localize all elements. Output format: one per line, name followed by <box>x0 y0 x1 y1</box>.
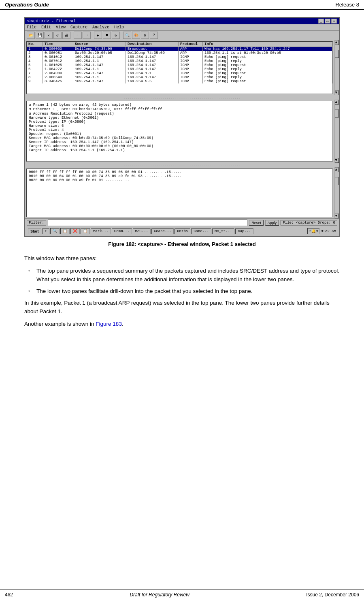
figure-183-link[interactable]: Figure 183 <box>96 321 122 327</box>
menu-help[interactable]: Help <box>114 25 124 30</box>
restore-button[interactable]: ▭ <box>325 19 330 23</box>
scrollbar-up-arrow[interactable]: ▲ <box>335 40 339 45</box>
status-bar: Filter: Reset Apply File: <capture> Drop… <box>25 218 339 227</box>
taskbar-mark[interactable]: Mark... <box>91 228 111 234</box>
menu-capture[interactable]: Capture <box>70 25 87 30</box>
toolbar-stop-capture[interactable]: ■ <box>103 32 111 39</box>
menu-file[interactable]: File <box>27 25 36 30</box>
taskbar-icon-5[interactable]: 📋 <box>81 228 90 234</box>
toolbar: 📂 💾 ✕ ↺ 🖨 ← → ▶ ■ ↻ 🔍 🎨 ⚙ ? <box>25 31 339 40</box>
pkt-time: 0.007012 <box>43 59 73 63</box>
toolbar-prefs[interactable]: ⚙ <box>141 32 149 39</box>
pkt-src: 169.254.1.147 <box>73 79 126 83</box>
pkt-no: 8 <box>27 75 43 79</box>
pkt-info: Echo (ping) request <box>203 55 332 59</box>
pkt-time: 2.006540 <box>43 75 73 79</box>
packet-row[interactable]: 1 0.000000 DellComp_74:35:09 Broadcast A… <box>27 47 332 51</box>
taskbar-icon-3[interactable]: 📋 <box>60 228 70 234</box>
hex-scroll-down[interactable]: ▼ <box>335 214 339 218</box>
detail-line: Protocol type: IP (0x0800) <box>29 120 330 124</box>
detail-scroll-thumb[interactable] <box>335 109 339 117</box>
packet-row[interactable]: 2 0.000981 0a:00:3e:20:00:b5 DellComp_74… <box>27 51 332 55</box>
taskbar-icon-4[interactable]: ❌ <box>70 228 80 234</box>
scrollbar-down-arrow[interactable]: ▼ <box>335 90 339 95</box>
toolbar-reload[interactable]: ↺ <box>53 32 62 39</box>
detail-line: Sender MAC address: 00:b0:d0:74:35:09 (D… <box>29 136 330 140</box>
packet-row[interactable]: 4 0.007012 169.254.1.1 169.254.1.147 ICM… <box>27 59 332 63</box>
pkt-proto: ICMP <box>179 67 203 71</box>
menu-edit[interactable]: Edit <box>41 25 51 30</box>
toolbar-restart[interactable]: ↻ <box>112 32 120 39</box>
filter-label: Filter: <box>27 220 46 226</box>
menu-view[interactable]: View <box>56 25 66 30</box>
toolbar-back[interactable]: ← <box>74 32 82 39</box>
scrollbar-thumb[interactable] <box>335 50 339 58</box>
detail-scroll-down[interactable]: ▼ <box>335 158 339 163</box>
detail-line: Protocol size: 4 <box>29 128 330 132</box>
pkt-dst: 169.254.1.147 <box>126 63 179 67</box>
close-button[interactable]: ✕ <box>331 19 337 23</box>
taskbar-cap[interactable]: cap... <box>235 228 253 234</box>
packet-list-scrollbar[interactable]: ▲ ▼ <box>334 40 339 95</box>
toolbar-color[interactable]: 🎨 <box>132 32 140 39</box>
filter-input[interactable] <box>48 220 248 226</box>
packet-row[interactable]: 8 2.006540 169.254.1.1 169.254.1.147 ICM… <box>27 75 332 79</box>
toolbar-start-capture[interactable]: ▶ <box>94 32 102 39</box>
col-info: Info <box>203 42 332 46</box>
toolbar-filter[interactable]: 🔍 <box>123 32 131 39</box>
taskbar-ccase[interactable]: Ccase... <box>151 228 174 234</box>
toolbar-print[interactable]: 🖨 <box>62 32 70 39</box>
toolbar-close[interactable]: ✕ <box>45 32 53 39</box>
menu-bar[interactable]: File Edit View Capture Analyze Help <box>25 24 339 31</box>
pkt-no: 7 <box>27 71 43 75</box>
taskbar-icons-right: ⚡🔔⊞ <box>307 228 319 234</box>
toolbar-open[interactable]: 📂 <box>27 32 35 39</box>
ethereal-window: <capture> - Ethereal _ ▭ ✕ File Edit Vie… <box>24 17 340 237</box>
toolbar-save[interactable]: 💾 <box>36 32 44 39</box>
taskbar-mac[interactable]: MAC... <box>133 228 151 234</box>
taskbar-icon-2[interactable]: 🔍 <box>50 228 60 234</box>
hex-pane[interactable]: 0000 ff ff ff ff ff ff 00 b0 d0 74 35 09… <box>26 169 333 217</box>
paragraph-1: In this example, Packet 1 (a broadcast A… <box>24 299 340 316</box>
taskbar-cane[interactable]: Cane... <box>191 228 211 234</box>
detail-line: Sender IP address: 169.254.1.147 (169.25… <box>29 140 330 144</box>
taskbar-untbs[interactable]: Untbs <box>175 228 190 234</box>
detail-pane[interactable]: ⊟ Frame 1 (42 bytes on wire, 42 bytes ca… <box>26 101 333 162</box>
pkt-time: 2.004900 <box>43 71 73 75</box>
taskbar-icon-1[interactable]: ⚡ <box>43 228 49 234</box>
detail-scrollbar[interactable]: ▲ ▼ <box>334 100 339 163</box>
pkt-src: 0a:00:3e:20:00:b5 <box>73 51 126 55</box>
taskbar-time: 9:32 AM <box>321 229 336 233</box>
hex-scroll-up[interactable]: ▲ <box>335 167 339 172</box>
start-button[interactable]: Start <box>28 228 41 234</box>
detail-line: ⊟ Ethernet II, Src: 00:b0:d0:74:35:09, D… <box>29 107 330 111</box>
taskbar: Start ⚡ 🔍 📋 ❌ 📋 Mark... Comm... MAC... C… <box>26 227 338 235</box>
taskbar-mcst[interactable]: Mc_st... <box>212 228 234 234</box>
window-title: <capture> - Ethereal <box>27 19 76 23</box>
hex-scroll-thumb[interactable] <box>335 177 339 185</box>
pkt-dst: 169.254.1.147 <box>126 75 179 79</box>
pkt-dst: 169.254.1.147 <box>126 67 179 71</box>
packet-row[interactable]: 7 2.004900 169.254.1.147 169.254.1.1 ICM… <box>27 71 332 75</box>
toolbar-help2[interactable]: ? <box>150 32 158 39</box>
packet-row[interactable]: 3 0.001012 169.254.1.147 169.254.1.147 I… <box>27 55 332 59</box>
reset-button[interactable]: Reset <box>249 220 264 226</box>
titlebar-buttons[interactable]: _ ▭ ✕ <box>318 19 337 23</box>
apply-button[interactable]: Apply <box>265 220 279 226</box>
taskbar-comm[interactable]: Comm... <box>112 228 132 234</box>
toolbar-fwd[interactable]: → <box>83 32 91 39</box>
packet-row[interactable]: 9 3.346425 169.254.1.147 169.254.5.5 ICM… <box>27 79 332 83</box>
minimize-button[interactable]: _ <box>318 19 324 23</box>
hex-scrollbar[interactable]: ▲ ▼ <box>334 167 339 218</box>
packet-list-pane[interactable]: No. Time Source Destination Protocol Inf… <box>26 41 333 94</box>
footer-issue: Issue 2, December 2006 <box>306 592 359 598</box>
pkt-no: 1 <box>27 47 43 51</box>
packet-row[interactable]: 5 1.001025 169.254.1.147 169.254.1.147 I… <box>27 63 332 67</box>
pkt-proto: ICMP <box>179 79 203 83</box>
packet-row[interactable]: 6 1.004272 169.254.1.1 169.254.1.147 ICM… <box>27 67 332 71</box>
pkt-dst: 169.254.1.147 <box>126 59 179 63</box>
hex-line: 0020 00 00 00 00 00 00 a9 fe 01 01 .....… <box>29 178 330 182</box>
pkt-no: 5 <box>27 63 43 67</box>
menu-analyze[interactable]: Analyze <box>92 25 109 30</box>
detail-scroll-up[interactable]: ▲ <box>335 100 339 105</box>
